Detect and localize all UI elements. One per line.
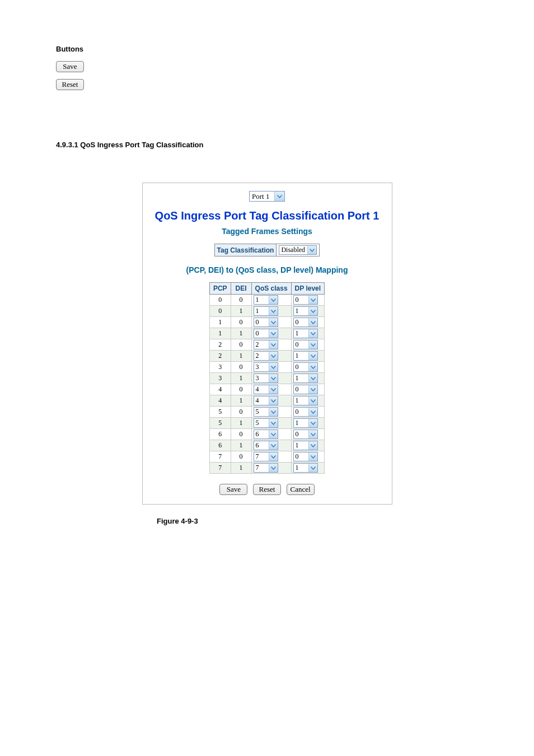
dp-level-value: 1 [294,374,308,382]
qos-class-value: 2 [254,352,269,360]
dei-value: 0 [231,317,251,328]
dei-value: 1 [231,328,251,339]
dp-level-select[interactable]: 0 [293,340,318,349]
qos-class-select[interactable]: 4 [254,396,278,405]
tag-classification-select[interactable]: Disabled [279,245,317,255]
dp-level-value: 0 [294,318,308,326]
save-button-top[interactable]: Save [56,61,84,72]
qos-class-value: 4 [254,396,269,405]
section-heading: 4.9.3.1 QoS Ingress Port Tag Classificat… [56,141,478,149]
dei-value: 0 [231,451,251,463]
qos-cell: 2 [251,339,291,351]
dp-cell: 1 [291,373,324,384]
qos-class-select[interactable]: 2 [254,340,278,349]
qos-class-value: 7 [254,452,269,461]
qos-cell: 0 [251,328,291,339]
qos-cell: 7 [251,463,291,474]
qos-class-select[interactable]: 5 [254,407,278,417]
chevron-down-icon [269,396,278,405]
dp-level-value: 1 [294,419,308,427]
table-row: 3131 [209,373,324,384]
dp-level-select[interactable]: 1 [293,396,318,405]
dp-level-select[interactable]: 0 [293,452,318,461]
dp-level-select[interactable]: 1 [293,463,318,473]
dp-level-select[interactable]: 1 [293,374,318,383]
dp-level-select[interactable]: 0 [293,430,318,439]
reset-button[interactable]: Reset [253,484,281,495]
cancel-button[interactable]: Cancel [287,484,315,495]
pcp-value: 1 [209,317,231,328]
tag-classification-cell: Disabled [277,244,320,256]
qos-class-select[interactable]: 1 [254,295,278,305]
reset-button-top[interactable]: Reset [56,79,84,90]
qos-class-select[interactable]: 0 [254,329,278,338]
dp-cell: 0 [291,429,324,440]
dp-level-value: 1 [294,307,308,315]
table-row: 0111 [209,306,324,317]
qos-class-value: 3 [254,363,269,371]
table-row: 7171 [209,463,324,474]
chevron-down-icon [308,307,317,315]
dp-level-value: 0 [294,408,308,416]
qos-class-select[interactable]: 5 [254,418,278,428]
qos-cell: 3 [251,373,291,384]
table-row: 7070 [209,451,324,463]
dei-value: 1 [231,306,251,317]
dp-level-select[interactable]: 0 [293,318,318,327]
dp-level-select[interactable]: 0 [293,407,318,417]
chevron-down-icon [308,352,317,360]
dei-value: 0 [231,429,251,440]
dp-cell: 1 [291,463,324,474]
table-row: 1000 [209,317,324,328]
chevron-down-icon [269,318,278,326]
tag-classification-table: Tag Classification Disabled [214,244,320,256]
table-row: 6161 [209,440,324,451]
dp-cell: 0 [291,362,324,373]
qos-class-select[interactable]: 6 [254,430,278,439]
qos-class-select[interactable]: 7 [254,452,278,461]
qos-cell: 0 [251,317,291,328]
tagged-frames-title: Tagged Frames Settings [143,227,392,236]
qos-class-select[interactable]: 0 [254,318,278,327]
dp-level-value: 0 [294,296,308,304]
qos-cell: 7 [251,451,291,463]
port-select[interactable]: Port 1 [249,191,285,202]
dp-level-select[interactable]: 1 [293,418,318,428]
dp-level-value: 1 [294,396,308,405]
dp-level-select[interactable]: 0 [293,295,318,305]
tag-classification-value: Disabled [279,246,307,254]
table-row: 4040 [209,384,324,395]
dp-level-select[interactable]: 1 [293,441,318,450]
chevron-down-icon [269,374,278,382]
dp-level-value: 0 [294,430,308,438]
qos-class-select[interactable]: 6 [254,441,278,450]
pcp-value: 4 [209,395,231,407]
qos-class-select[interactable]: 3 [254,362,278,372]
dp-level-select[interactable]: 1 [293,351,318,361]
pcp-value: 2 [209,339,231,351]
qos-class-select[interactable]: 7 [254,463,278,473]
dp-level-select[interactable]: 0 [293,385,318,394]
port-select-value: Port 1 [250,192,274,201]
dp-level-select[interactable]: 1 [293,306,318,316]
qos-cell: 6 [251,440,291,451]
chevron-down-icon [308,374,317,382]
qos-class-select[interactable]: 1 [254,306,278,316]
qos-class-value: 0 [254,318,269,326]
qos-class-select[interactable]: 3 [254,374,278,383]
dp-level-select[interactable]: 0 [293,362,318,372]
qos-class-select[interactable]: 2 [254,351,278,361]
chevron-down-icon [307,246,316,254]
chevron-down-icon [269,363,278,371]
save-button[interactable]: Save [219,484,247,495]
dp-level-value: 0 [294,363,308,371]
qos-class-select[interactable]: 4 [254,385,278,394]
chevron-down-icon [269,441,278,450]
dp-cell: 0 [291,451,324,463]
qos-class-value: 2 [254,340,269,349]
qos-class-value: 5 [254,408,269,416]
chevron-down-icon [308,329,317,338]
dp-level-select[interactable]: 1 [293,329,318,338]
chevron-down-icon [308,340,317,349]
qos-class-value: 6 [254,441,269,450]
